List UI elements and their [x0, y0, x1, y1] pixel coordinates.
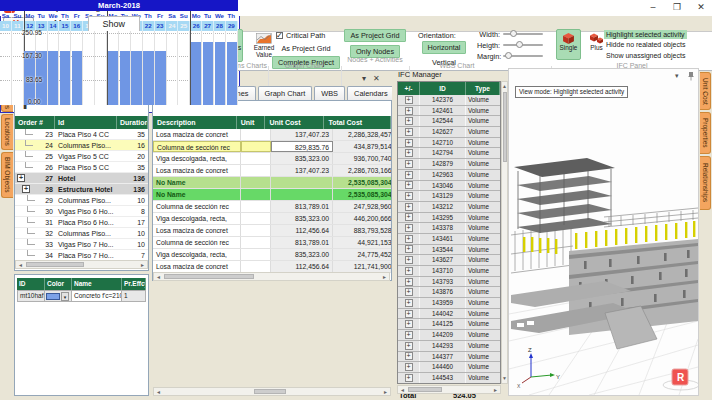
unit-cost-cell[interactable]	[271, 177, 333, 188]
ifc-row[interactable]: +143627Volume	[398, 255, 500, 266]
unit-cell[interactable]	[241, 129, 271, 140]
scroll-right-icon[interactable]: ►	[138, 261, 147, 268]
ifc-vscrollbar[interactable]: ▲▼	[501, 81, 508, 384]
ifc-row[interactable]: +142879Volume	[398, 159, 500, 170]
description-cell[interactable]: Columna de sección rec	[153, 237, 241, 248]
scroll-right-icon[interactable]: ►	[491, 386, 500, 393]
plus-icon[interactable]: +	[405, 203, 413, 211]
ifc-row[interactable]: +142627Volume	[398, 127, 500, 138]
unit-cell[interactable]	[241, 189, 271, 200]
ifc-row[interactable]: +143212Volume	[398, 202, 500, 213]
activity-row[interactable]: 29Columnas Piso...10	[15, 195, 148, 206]
unit-cost-cell[interactable]: 112,456.64	[271, 261, 333, 272]
total-cost-cell[interactable]: 883,793,528.71	[333, 225, 391, 236]
total-cost-cell[interactable]: 2,286,328,457.00	[333, 129, 391, 140]
total-cost-cell[interactable]: 121,741,900.90	[333, 261, 391, 272]
cost-row[interactable]: Losa maciza de concret137,407.232,286,32…	[153, 129, 391, 141]
ifc-row[interactable]: +142710Volume	[398, 138, 500, 149]
cost-row[interactable]: Columna de sección rec813,789.0144,921,1…	[153, 237, 391, 249]
plus-icon[interactable]: +	[405, 299, 413, 307]
slider-thumb[interactable]	[510, 30, 517, 37]
as-project-grid-button[interactable]: As Project Grid	[344, 29, 405, 42]
ifc-row[interactable]: +144543Volume	[398, 373, 500, 384]
plus-icon[interactable]: +	[405, 363, 413, 371]
ifc-row[interactable]: +142376Volume	[398, 95, 500, 106]
plus-icon[interactable]: +	[405, 107, 413, 115]
tab-calendars[interactable]: Calendars	[347, 86, 392, 100]
ifc-3d-viewport[interactable]: ▾ View mode: Highlight selected activity	[508, 68, 699, 396]
slider-thumb[interactable]	[516, 41, 523, 48]
plus-icon[interactable]: +	[405, 288, 413, 296]
unit-cell[interactable]	[241, 165, 271, 176]
dock-tab-properties[interactable]: Properties	[700, 112, 711, 154]
plus-icon[interactable]: +	[405, 352, 413, 360]
as-project-grid-button[interactable]: As Project Grid	[275, 42, 336, 55]
plus-icon[interactable]: +	[405, 117, 413, 125]
unit-cell[interactable]	[241, 213, 271, 224]
slider-track[interactable]	[503, 44, 543, 46]
plus-icon[interactable]: +	[405, 278, 413, 286]
ifc-row[interactable]: +142461Volume	[398, 106, 500, 117]
scroll-left-icon[interactable]: ◄	[16, 261, 25, 268]
activity-row[interactable]: +27Hotel136	[15, 173, 148, 184]
scroll-left-icon[interactable]: ◄	[154, 388, 163, 395]
scroll-up-icon[interactable]: ▲	[502, 82, 507, 91]
dock-tab-unit-cost[interactable]: Unit Cost	[700, 72, 711, 110]
plus-icon[interactable]: +	[405, 310, 413, 318]
total-cost-cell[interactable]: 2,535,085,304.27	[333, 177, 391, 188]
unit-cost-cell[interactable]: 835,323.00	[271, 213, 333, 224]
close-button[interactable]: ✕	[690, 0, 712, 15]
cost-row[interactable]: Losa maciza de concret137,407.232,286,70…	[153, 165, 391, 177]
ifc-row[interactable]: +144293Volume	[398, 341, 500, 352]
total-cost-cell[interactable]: 434,879,514.01	[333, 141, 391, 152]
activity-row[interactable]: 31Placa Piso 6 Ho...17	[15, 217, 148, 228]
ifc-row[interactable]: +142544Volume	[398, 116, 500, 127]
plus-icon[interactable]: +	[405, 267, 413, 275]
scroll-thumb[interactable]	[254, 389, 286, 394]
description-cell[interactable]: Losa maciza de concret	[153, 165, 241, 176]
resource-color-cell[interactable]: ▾	[45, 290, 72, 302]
description-cell[interactable]: Columna de sección rec	[153, 201, 241, 212]
dock-tab-locations[interactable]: Locations	[1, 114, 13, 150]
ifc-row[interactable]: +144377Volume	[398, 352, 500, 363]
maximize-button[interactable]: ❐	[666, 0, 688, 15]
total-cost-cell[interactable]: 247,928,960.54	[333, 201, 391, 212]
activity-row[interactable]: 23Placa Piso 4 CC35	[15, 129, 148, 140]
cost-row[interactable]: Viga descolgada, recta,835,323.00446,200…	[153, 213, 391, 225]
dock-tab-relationships[interactable]: Relationships	[700, 156, 711, 210]
ifc-row[interactable]: +142963Volume	[398, 170, 500, 181]
scroll-thumb[interactable]	[503, 92, 507, 162]
activity-row[interactable]: +28Estructura Hotel136	[15, 184, 148, 195]
description-cell[interactable]: Losa maciza de concret	[153, 129, 241, 140]
activity-row[interactable]: 26Placa Piso 5 CC35	[15, 162, 148, 173]
dock-tab-bim-objects[interactable]: BIM Objects	[1, 152, 13, 198]
plus-icon[interactable]: +	[405, 213, 413, 221]
plus-icon[interactable]: +	[405, 256, 413, 264]
plus-icon[interactable]: +	[405, 224, 413, 232]
unit-cost-cell[interactable]: 813,789.01	[271, 237, 333, 248]
horizontal-button[interactable]: Horizontal	[422, 41, 467, 54]
description-cell[interactable]: Viga descolgada, recta,	[153, 249, 241, 260]
plus-icon[interactable]: +	[405, 139, 413, 147]
unit-cell[interactable]	[241, 225, 271, 236]
plus-icon[interactable]: +	[405, 128, 413, 136]
ifc-row[interactable]: +143295Volume	[398, 213, 500, 224]
scroll-right-icon[interactable]: ►	[381, 388, 390, 395]
scroll-left-icon[interactable]: ◄	[398, 386, 407, 393]
ifc-row[interactable]: +143461Volume	[398, 234, 500, 245]
description-cell[interactable]: No Name	[153, 177, 241, 188]
ifc-row[interactable]: +143046Volume	[398, 181, 500, 192]
critical-path-checkbox[interactable]: Critical Path	[276, 31, 325, 40]
scroll-thumb[interactable]	[164, 274, 254, 279]
activity-row[interactable]: 24Columnas Piso...16	[15, 140, 148, 151]
unit-cell[interactable]	[241, 237, 271, 248]
tab-wbs[interactable]: WBS	[314, 86, 345, 100]
scroll-right-icon[interactable]: ►	[380, 273, 389, 280]
cost-row[interactable]: Columna de sección rec813,789.01247,928,…	[153, 201, 391, 213]
total-cost-cell[interactable]: 2,535,085,304.27	[333, 189, 391, 200]
plus-icon[interactable]: +	[405, 320, 413, 328]
tab-graph-chart[interactable]: Graph Chart	[258, 86, 313, 100]
activity-row[interactable]: 32Columnas Piso...10	[15, 228, 148, 239]
plus-icon[interactable]: +	[405, 96, 413, 104]
description-cell[interactable]: Viga descolgada, recta,	[153, 213, 241, 224]
